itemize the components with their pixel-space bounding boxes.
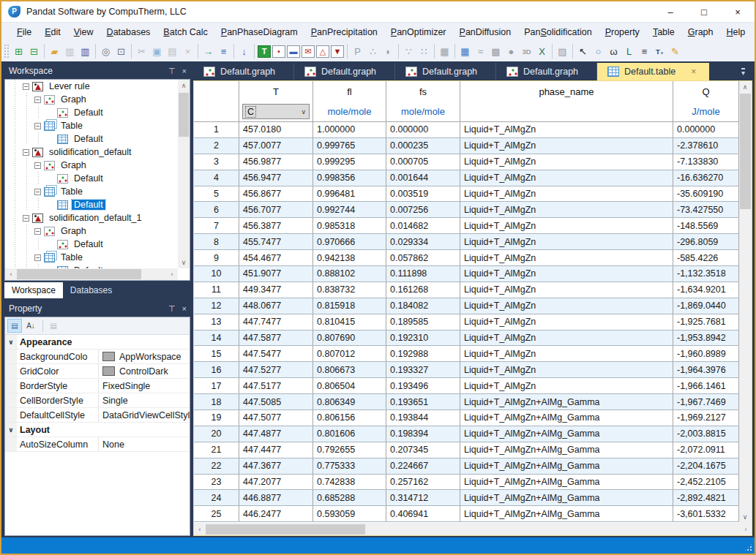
menu-table[interactable]: Table [646, 24, 681, 40]
table-row[interactable]: 12448.06770.8159180.184082Liquid+T_AlMgZ… [194, 298, 739, 314]
copy-icon[interactable]: ▣ [150, 44, 164, 58]
table-cell[interactable]: Liquid+T_AlMgZn [460, 170, 673, 186]
workspace-tree-vertical-scrollbar[interactable]: ∧ ∨ [178, 80, 190, 268]
load-database-icon[interactable]: T [258, 45, 271, 58]
table-cell[interactable]: -2,452.2105 [673, 475, 739, 490]
row-number-cell[interactable]: 14 [194, 331, 239, 346]
table-cell[interactable]: 0.970666 [313, 234, 386, 249]
document-tab-default-graph-4[interactable]: Default.graph [496, 63, 597, 80]
table-cell[interactable]: 447.2077 [239, 475, 313, 490]
table-cell[interactable]: 0.207345 [386, 442, 460, 458]
menu-pansolidification[interactable]: PanSolidification [517, 24, 598, 40]
table-cell[interactable]: 0.806673 [313, 362, 386, 377]
table-row[interactable]: 11449.34770.8387320.161268Liquid+T_AlMgZ… [194, 282, 739, 298]
table-row[interactable]: 19447.50770.8061560.193844Liquid+T_AlMgZ… [194, 410, 739, 426]
table-cell[interactable]: 0.192310 [386, 331, 460, 346]
table-cell[interactable]: 0.810415 [313, 314, 386, 330]
scroll-up-arrow-icon[interactable]: ∧ [178, 80, 190, 91]
close-icon[interactable]: × [182, 67, 187, 75]
scroll-left-arrow-icon[interactable]: ‹ [5, 268, 17, 280]
table-cell[interactable]: Liquid+T_AlMgZn [460, 362, 673, 377]
row-number-cell[interactable]: 18 [194, 394, 239, 409]
annotate-icon[interactable]: ✎ [668, 44, 682, 58]
table-cell[interactable]: Liquid+T_AlMgZn [460, 346, 673, 361]
table-cell[interactable]: 1.000000 [313, 122, 386, 137]
table-cell[interactable]: -1,966.1461 [673, 378, 739, 393]
table-cell[interactable]: 447.4877 [239, 426, 313, 442]
table-row[interactable]: 20447.48770.8016060.198394Liquid+T_AlMgZ… [194, 426, 739, 442]
column-header-phase-name[interactable]: phase_name [460, 81, 673, 102]
table-cell[interactable]: 456.9877 [239, 154, 313, 170]
table-cell[interactable]: -1,967.7469 [673, 394, 739, 409]
menu-file[interactable]: File [10, 24, 38, 40]
table-cell[interactable]: 447.5077 [239, 410, 313, 426]
tree-expander-icon[interactable]: – [23, 149, 29, 156]
table-cell[interactable]: 0.807012 [313, 346, 386, 361]
row-number-cell[interactable]: 23 [194, 475, 239, 490]
table-cell[interactable]: 0.000000 [673, 122, 739, 137]
menu-graph[interactable]: Graph [681, 24, 720, 40]
property-category-layout[interactable]: ∨Layout [5, 423, 190, 437]
collapse-chevron-icon[interactable]: ∨ [5, 335, 17, 349]
table-row[interactable]: 23447.20770.7428380.257162Liquid+T_AlMgZ… [194, 475, 739, 491]
table-cell[interactable]: -1,925.7681 [673, 314, 739, 330]
table-cell[interactable]: 0.992744 [313, 202, 386, 217]
table-cell[interactable]: 447.7477 [239, 314, 313, 330]
table-cell[interactable]: 0.257162 [386, 475, 460, 490]
liquidus-projection-icon[interactable]: △ [316, 45, 329, 58]
table-cell[interactable]: 447.5085 [239, 394, 313, 409]
legend-options-icon[interactable]: ≡ [637, 44, 651, 58]
row-number-cell[interactable]: 21 [194, 442, 239, 458]
table-row[interactable]: 17447.51770.8065040.193496Liquid+T_AlMgZ… [194, 378, 739, 394]
minimize-button[interactable]: – [654, 1, 687, 22]
maximize-button[interactable]: □ [687, 1, 721, 22]
row-number-cell[interactable]: 9 [194, 250, 239, 265]
tree-item-graph[interactable]: –Graph [5, 93, 178, 106]
table-cell[interactable]: 0.815918 [313, 298, 386, 314]
property-row-defaultcellstyle[interactable]: DefaultCellStyleDataGridViewCellStyle { [5, 408, 190, 423]
table-row[interactable]: 15447.54770.8070120.192988Liquid+T_AlMgZ… [194, 346, 739, 362]
table-cell[interactable]: 0.685288 [313, 490, 386, 505]
table-row[interactable]: 1457.01801.0000000.000000Liquid+T_AlMgZn… [194, 122, 739, 138]
tree-expander-icon[interactable]: – [34, 123, 41, 129]
table-row[interactable]: 21447.44770.7926550.207345Liquid+T_AlMgZ… [194, 442, 739, 458]
close-button[interactable]: × [721, 1, 755, 22]
tree-item-default[interactable]: Default [5, 198, 178, 211]
row-number-cell[interactable]: 22 [194, 458, 239, 474]
property-value[interactable]: ControlDark [99, 366, 190, 377]
table-cell[interactable]: -1,969.2127 [673, 410, 739, 426]
table-cell[interactable]: 455.7477 [239, 234, 313, 249]
tree-item-table[interactable]: –Table [5, 119, 178, 132]
collapse-chevron-icon[interactable]: ∨ [5, 423, 17, 437]
table-row[interactable]: 24446.88770.6852880.314712Liquid+T_AlMgZ… [194, 490, 739, 506]
row-number-cell[interactable]: 10 [194, 266, 239, 282]
tree-item-solidification-default[interactable]: –solidification_default [5, 146, 178, 159]
table-cell[interactable]: 0.996481 [313, 186, 386, 202]
close-icon[interactable]: × [182, 304, 187, 313]
row-number-cell[interactable]: 6 [194, 202, 239, 217]
document-tab-default-table-5[interactable]: Default.table× [597, 63, 709, 80]
row-number-cell[interactable]: 25 [194, 506, 239, 521]
pin-icon[interactable]: ⊤ [168, 67, 176, 76]
table-cell[interactable]: 0.192988 [386, 346, 460, 361]
property-value[interactable]: None [99, 439, 190, 450]
scrollbar-thumb[interactable] [206, 524, 365, 535]
table-cell[interactable]: 0.184082 [386, 298, 460, 314]
table-row[interactable]: 5456.86770.9964810.003519Liquid+T_AlMgZn… [194, 186, 739, 203]
table-row[interactable]: 14447.58770.8076900.192310Liquid+T_AlMgZ… [194, 331, 739, 347]
table-row[interactable]: 9454.46770.9421380.057862Liquid+T_AlMgZn… [194, 250, 739, 266]
table-cell[interactable]: Liquid+T_AlMgZn+AlMg_Gamma [460, 490, 673, 505]
tree-item-graph[interactable]: –Graph [5, 224, 178, 238]
table-cell[interactable]: -1,869.0440 [673, 298, 739, 314]
print-icon[interactable]: ⊡ [114, 44, 128, 58]
table-cell[interactable]: 0.029334 [386, 234, 460, 249]
table-cell[interactable]: 0.838732 [313, 282, 386, 298]
table-cell[interactable]: 0.000705 [386, 154, 460, 170]
property-row-autosizecolumn[interactable]: AutoSizeColumnNone [5, 437, 190, 452]
table-cell[interactable]: -296.8059 [673, 234, 739, 249]
scrollbar-thumb[interactable] [740, 94, 751, 209]
property-row-gridcolor[interactable]: GridColorControlDark [5, 364, 190, 379]
menu-help[interactable]: Help [720, 24, 752, 40]
tree-expander-icon[interactable]: – [34, 189, 41, 195]
table-cell[interactable]: 0.801606 [313, 426, 386, 442]
